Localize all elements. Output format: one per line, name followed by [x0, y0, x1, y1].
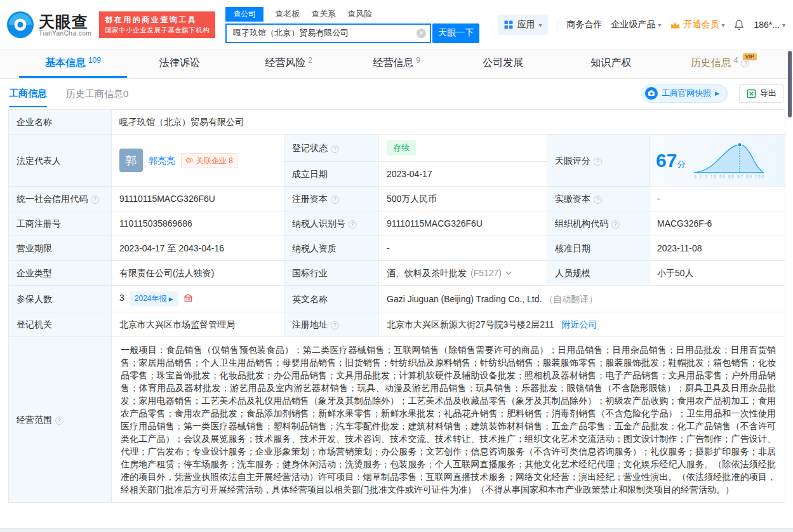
value-cell: -: [379, 236, 547, 261]
value-cell: 一般项目：食品销售（仅销售预包装食品）；第二类医疗器械销售；互联网销售（除销售需…: [112, 337, 785, 503]
legal-rep-name-link[interactable]: 郭亮亮: [149, 154, 175, 167]
info-icon[interactable]: ?: [91, 196, 99, 204]
value-cell: 嘎孑玖馆（北京）贸易有限公司: [112, 110, 785, 135]
score-cell[interactable]: 67分 0 1 3 15 50 85 97 99 100: [650, 135, 785, 187]
establish-date: 2023-04-17: [387, 169, 432, 179]
divider: [557, 19, 557, 30]
value-cell: 2023-11-08: [650, 236, 785, 261]
search-tab-risk[interactable]: 查风险: [347, 8, 372, 22]
logo-text: 天眼查 TianYanCha.com: [39, 13, 91, 37]
search-input[interactable]: [225, 23, 431, 43]
label-cell: 英文名称: [284, 286, 379, 312]
value-cell: 2023-04-17: [379, 162, 547, 187]
brand-name: 天眼查: [39, 13, 91, 30]
auto-translate-note: （自动翻译）: [544, 294, 597, 304]
field-label: 注册地址: [292, 319, 328, 329]
table-row-reg-authority: 登记机关 北京市大兴区市场监督管理局 注册地址? 北京市大兴区新源大街27号院3…: [9, 312, 785, 337]
info-icon[interactable]: ?: [611, 220, 620, 229]
table-row-credit-code: 统一社会信用代码? 91110115MACG326F6U 注册资本? 500万人…: [9, 187, 785, 211]
vip-upgrade-link[interactable]: 开通会员 ▾: [670, 19, 724, 30]
tab-label: 经营信息: [373, 57, 413, 70]
registration-authority: 北京市大兴区市场监督管理局: [119, 319, 235, 329]
label-cell: 企业名称: [9, 110, 112, 135]
label-cell: 参保人数: [9, 286, 112, 312]
field-label: 英文名称: [292, 294, 328, 304]
subnav-actions: 工商官网快照 ▶ 导出: [641, 79, 784, 108]
company-info-table: 企业名称 嘎孑玖馆（北京）贸易有限公司 法定代表人 郭 郭亮亮 关联企: [8, 109, 785, 503]
apps-menu[interactable]: 应用 ▾: [498, 15, 548, 35]
value-cell: 500万人民币: [379, 187, 547, 211]
search-button[interactable]: 天眼一下: [432, 23, 479, 43]
english-name: Gazi Jiuguan (Beijing) Trading Co., Ltd.: [387, 294, 542, 304]
score-distribution-chart: 0 1 3 15 50 85 97 99 100: [691, 141, 766, 180]
tianyancha-logo-icon: [6, 11, 34, 39]
tab-company-development[interactable]: 公司发展: [450, 50, 558, 78]
taxpayer-quality: -: [387, 243, 390, 253]
value-cell: 32024年报 ▶: [112, 286, 284, 312]
business-cooperation-link[interactable]: 商务合作: [566, 19, 602, 30]
annual-report-label: 2024年报: [135, 294, 167, 303]
tab-label: 基本信息: [45, 57, 86, 70]
tab-legal-cases[interactable]: 法律诉讼: [127, 50, 235, 78]
info-icon[interactable]: ?: [331, 196, 339, 204]
tab-count: 4: [734, 56, 738, 65]
snapshot-camera-icon: [645, 87, 658, 100]
tab-operation-risk[interactable]: 经营风险 2: [235, 50, 343, 78]
promo-line2: 国家中小企业发展子基金旗下机构: [105, 25, 210, 35]
label-cell: 注册地址?: [284, 312, 379, 337]
notification-bell-icon[interactable]: [733, 19, 745, 30]
value-cell: 存续: [379, 135, 547, 162]
label-cell: 成立日期: [284, 162, 379, 187]
info-icon[interactable]: ?: [55, 416, 63, 425]
table-row-company-type: 企业类型 有限责任公司(法人独资) 国标行业 酒、饮料及茶叶批发 (F5127)…: [9, 261, 785, 286]
company-name: 嘎孑玖馆（北京）贸易有限公司: [119, 117, 244, 127]
search-tab-company[interactable]: 查公司: [225, 7, 263, 22]
search-tab-boss[interactable]: 查老板: [275, 8, 300, 22]
label-cell: 统一社会信用代码?: [9, 187, 112, 211]
value-cell: 北京市大兴区新源大街27号院3号楼2层211 附近公司: [379, 312, 785, 337]
caret-down-icon: ▾: [782, 22, 785, 29]
annual-report-badge[interactable]: 2024年报 ▶: [130, 291, 178, 306]
section-nav: 基本信息 109 法律诉讼 经营风险 2 经营信息 9 公司发展 知识产权 VI…: [0, 50, 793, 79]
field-label: 纳税人资质: [292, 243, 337, 253]
apps-label: 应用: [517, 19, 535, 30]
account-phone[interactable]: 186*... ▾: [754, 20, 785, 30]
label-cell: 组织机构代码?: [547, 211, 650, 236]
caret-down-icon: ▾: [538, 22, 542, 29]
value-cell: 91110115MACG326F6U: [112, 187, 284, 211]
top-header: 天眼查 TianYanCha.com 都在用的商业查询工具 国家中小企业发展子基…: [0, 0, 793, 50]
label-cell: 纳税人资质: [284, 236, 379, 261]
search-tab-relation[interactable]: 查关系: [311, 8, 336, 22]
vertical-scrollbar[interactable]: [788, 51, 792, 117]
tianyancha-logo[interactable]: 天眼查 TianYanCha.com: [6, 11, 91, 39]
info-icon[interactable]: ?: [594, 157, 602, 166]
caret-down-icon: ▾: [658, 22, 661, 29]
related-companies-badge[interactable]: 关联企业 8: [181, 153, 237, 168]
info-icon[interactable]: ?: [594, 196, 602, 204]
legal-rep-avatar[interactable]: 郭: [119, 149, 143, 172]
promo-line1: 都在用的商业查询工具: [105, 15, 210, 25]
official-snapshot-button[interactable]: 工商官网快照 ▶: [641, 84, 728, 103]
field-label: 人员规模: [555, 268, 590, 278]
taxpayer-id: 91110115MACG326F6U: [387, 218, 483, 229]
export-button[interactable]: 导出: [739, 84, 784, 103]
value-cell: 北京市大兴区市场监督管理局: [112, 312, 284, 337]
tab-history-info[interactable]: VIP 历史信息 4 ?: [666, 50, 774, 78]
tab-basic-info[interactable]: 基本信息 109: [19, 50, 127, 78]
label-cell: 工商注册号: [9, 211, 112, 236]
annual-report-doc-icon[interactable]: [183, 293, 193, 303]
tab-intellectual-property[interactable]: 知识产权: [558, 50, 666, 78]
info-icon[interactable]: ?: [349, 220, 357, 229]
field-label: 登记状态: [292, 143, 328, 153]
info-icon[interactable]: ?: [331, 321, 339, 329]
subtab-history-registration[interactable]: 历史工商信息0: [66, 81, 128, 107]
enterprise-products-link[interactable]: 企业级产品 ▾: [611, 19, 661, 30]
industry-value[interactable]: 酒、饮料及茶叶批发 (F5127): [387, 267, 512, 279]
tab-business-info[interactable]: 经营信息 9: [343, 50, 451, 78]
subtab-business-registration[interactable]: 工商信息: [9, 80, 47, 107]
value-cell: 酒、饮料及茶叶批发 (F5127): [379, 261, 547, 286]
label-cell: 天眼评分?: [547, 135, 650, 187]
nearby-companies-link[interactable]: 附近公司: [561, 319, 597, 329]
clear-icon[interactable]: ✕: [416, 29, 426, 38]
info-icon[interactable]: ?: [331, 145, 339, 153]
